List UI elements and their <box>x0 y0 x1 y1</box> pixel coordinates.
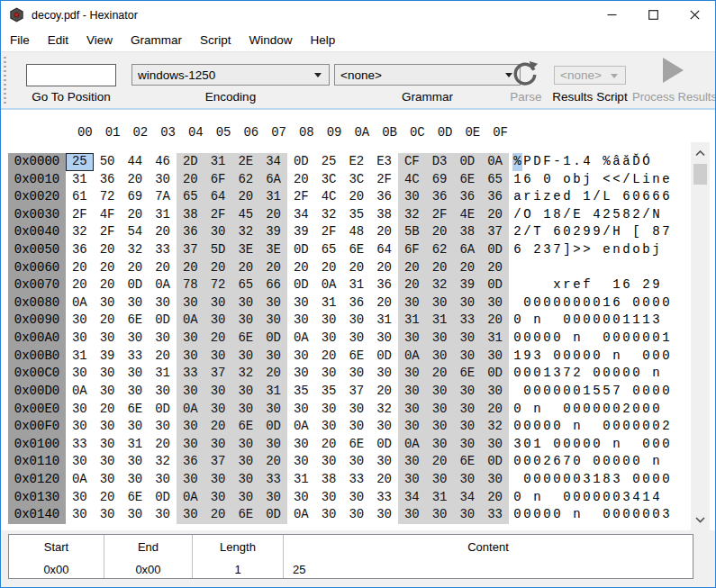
ascii-char[interactable]: 0 <box>651 506 661 524</box>
ascii-char[interactable]: 0 <box>512 365 522 383</box>
ascii-char[interactable]: 3 <box>661 506 671 524</box>
ascii-char[interactable]: 0 <box>641 418 651 436</box>
hex-byte[interactable]: 30 <box>66 506 94 524</box>
ascii-char[interactable]: 0 <box>631 330 641 348</box>
ascii-char[interactable]: 0 <box>621 506 631 524</box>
hex-byte[interactable]: 65 <box>315 241 343 259</box>
ascii-char[interactable]: 0 <box>542 471 552 489</box>
ascii-char[interactable]: 0 <box>512 453 522 471</box>
ascii-char[interactable]: 0 <box>562 471 572 489</box>
ascii-text[interactable]: 0 n 0000001113 <box>509 312 671 330</box>
ascii-char[interactable] <box>612 259 621 277</box>
hex-byte[interactable]: 20 <box>426 259 454 277</box>
hex-byte[interactable]: 45 <box>232 206 260 224</box>
hex-byte[interactable]: 30 <box>454 383 482 401</box>
hex-byte[interactable]: 0D <box>259 418 287 436</box>
hex-byte[interactable]: 30 <box>149 171 177 189</box>
hex-byte[interactable]: 0D <box>259 330 287 348</box>
hex-byte[interactable]: 30 <box>315 489 343 507</box>
ascii-char[interactable]: 1 <box>602 294 612 312</box>
ascii-char[interactable]: 0 <box>572 401 582 419</box>
ascii-char[interactable]: 0 <box>592 365 602 383</box>
hex-byte[interactable]: 30 <box>94 506 122 524</box>
hex-byte[interactable]: 30 <box>343 312 371 330</box>
hex-byte[interactable]: 20 <box>370 383 398 401</box>
ascii-char[interactable] <box>512 471 522 489</box>
hex-byte[interactable]: 31 <box>122 436 150 454</box>
hex-byte[interactable]: 31 <box>66 348 94 366</box>
ascii-char[interactable]: 3 <box>552 365 562 383</box>
ascii-char[interactable]: / <box>641 206 651 224</box>
ascii-char[interactable]: 0 <box>582 436 592 454</box>
ascii-char[interactable]: 0 <box>572 489 582 507</box>
hex-byte[interactable]: 20 <box>66 259 94 277</box>
ascii-text[interactable]: 16 0 obj <</Line <box>509 171 671 189</box>
ascii-char[interactable]: / <box>512 206 522 224</box>
hex-byte[interactable]: 31 <box>66 171 94 189</box>
hex-byte[interactable]: 30 <box>370 418 398 436</box>
ascii-char[interactable]: e <box>602 241 612 259</box>
hex-byte[interactable]: 65 <box>481 171 509 189</box>
ascii-char[interactable]: n <box>651 365 661 383</box>
hex-byte[interactable]: 6E <box>232 418 260 436</box>
hex-byte[interactable]: 30 <box>94 330 122 348</box>
ascii-char[interactable]: 0 <box>621 453 631 471</box>
hex-byte[interactable]: 20 <box>481 489 509 507</box>
hex-byte[interactable]: 30 <box>287 489 315 507</box>
hex-byte[interactable]: 30 <box>232 348 260 366</box>
ascii-char[interactable]: b <box>572 171 582 189</box>
hex-byte[interactable]: E3 <box>370 153 398 171</box>
ascii-char[interactable]: 7 <box>562 365 572 383</box>
ascii-char[interactable]: 2 <box>542 453 552 471</box>
hex-byte[interactable]: 34 <box>259 153 287 171</box>
ascii-char[interactable] <box>582 453 592 471</box>
ascii-char[interactable]: n <box>532 312 542 330</box>
ascii-char[interactable]: 0 <box>631 294 641 312</box>
ascii-char[interactable] <box>602 348 612 366</box>
ascii-char[interactable] <box>542 401 552 419</box>
ascii-char[interactable]: - <box>552 153 562 171</box>
ascii-char[interactable]: ] <box>562 241 572 259</box>
ascii-char[interactable]: 0 <box>552 383 562 401</box>
ascii-char[interactable]: 3 <box>612 471 621 489</box>
hex-byte[interactable]: 30 <box>315 330 343 348</box>
ascii-char[interactable]: 5 <box>592 383 602 401</box>
hex-byte[interactable]: 30 <box>66 401 94 419</box>
hex-byte[interactable]: 0D <box>481 453 509 471</box>
hex-byte[interactable]: 69 <box>122 188 150 206</box>
ascii-char[interactable] <box>522 489 532 507</box>
hex-byte[interactable]: 30 <box>454 436 482 454</box>
ascii-char[interactable]: 0 <box>631 453 641 471</box>
hex-byte[interactable]: 30 <box>94 453 122 471</box>
ascii-char[interactable] <box>552 312 562 330</box>
ascii-char[interactable]: 2 <box>661 418 671 436</box>
ascii-char[interactable]: 9 <box>592 223 602 241</box>
hex-byte[interactable]: 64 <box>204 188 232 206</box>
ascii-char[interactable] <box>542 276 552 294</box>
hex-byte[interactable]: 20 <box>122 206 150 224</box>
hex-byte[interactable]: 0A <box>149 276 177 294</box>
hex-byte[interactable]: 32 <box>481 418 509 436</box>
menu-edit[interactable]: Edit <box>48 33 68 47</box>
hex-byte[interactable]: 30 <box>398 471 426 489</box>
ascii-char[interactable]: 2 <box>572 223 582 241</box>
ascii-char[interactable]: 6 <box>522 171 532 189</box>
ascii-char[interactable] <box>592 153 602 171</box>
hex-byte[interactable]: 20 <box>398 276 426 294</box>
hex-byte[interactable]: 30 <box>66 365 94 383</box>
hex-byte[interactable]: 30 <box>259 436 287 454</box>
hex-byte[interactable]: 30 <box>398 418 426 436</box>
hex-byte[interactable]: 6E <box>343 348 371 366</box>
ascii-char[interactable]: 0 <box>522 471 532 489</box>
hex-byte[interactable]: 30 <box>66 489 94 507</box>
ascii-char[interactable]: 0 <box>592 294 602 312</box>
hex-byte[interactable]: 30 <box>426 471 454 489</box>
hex-byte[interactable]: 30 <box>94 294 122 312</box>
hex-byte[interactable]: 39 <box>259 223 287 241</box>
ascii-char[interactable]: 1 <box>612 276 621 294</box>
ascii-text[interactable]: xref 16 29 <box>509 276 671 294</box>
ascii-text[interactable]: 0000000016 0000 <box>509 294 671 312</box>
ascii-char[interactable]: [ <box>631 223 641 241</box>
ascii-char[interactable]: 0 <box>641 383 651 401</box>
ascii-char[interactable]: 1 <box>641 489 651 507</box>
